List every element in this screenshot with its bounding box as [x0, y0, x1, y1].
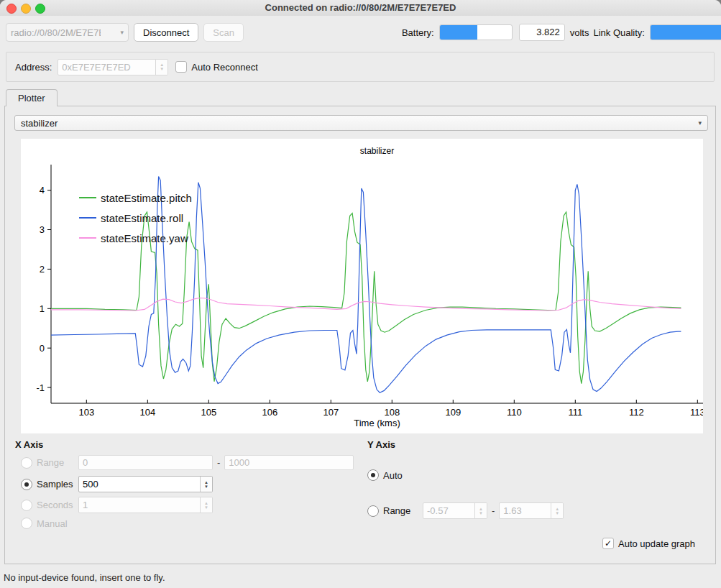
- disconnect-button[interactable]: Disconnect: [134, 23, 198, 42]
- volts-label: volts: [570, 27, 589, 38]
- x-range-row: Range 0 - 1000: [21, 455, 354, 470]
- auto-update-label: Auto update graph: [618, 538, 695, 549]
- y-auto-radio[interactable]: [367, 469, 379, 481]
- spinner-arrows-icon: ▲▼: [474, 503, 487, 518]
- svg-text:109: 109: [445, 407, 461, 418]
- x-seconds-row: Seconds 1 ▲▼: [21, 497, 213, 513]
- titlebar: Connected on radio://0/80/2M/E7E7E7E7ED: [0, 0, 721, 16]
- x-seconds-radio: [21, 500, 32, 511]
- spinner-arrows-icon: ▲▼: [200, 497, 212, 513]
- address-panel: Address: 0xE7E7E7E7ED ▲▼ Auto Reconnect: [6, 52, 715, 82]
- x-samples-row: Samples 500 ▲▼: [21, 476, 213, 492]
- x-samples-label: Samples: [37, 479, 78, 490]
- svg-text:-1: -1: [36, 382, 45, 393]
- spinner-arrows-icon: ▲▼: [155, 60, 167, 75]
- svg-text:1: 1: [40, 303, 45, 314]
- x-axis-section-title: X Axis: [15, 439, 43, 450]
- connection-toolbar: radio://0/80/2M/E7E7E7E7ED ▾ Disconnect …: [0, 22, 721, 43]
- x-range-label: Range: [37, 457, 78, 468]
- svg-text:104: 104: [139, 407, 155, 418]
- y-axis-section-title: Y Axis: [367, 439, 395, 450]
- x-manual-row: Manual: [21, 518, 68, 529]
- auto-update-checkbox[interactable]: ✓ Auto update graph: [602, 538, 695, 549]
- svg-text:103: 103: [78, 407, 94, 418]
- scan-button: Scan: [203, 23, 244, 42]
- x-range-max-field: 1000: [224, 455, 354, 470]
- x-seconds-value: 1: [79, 497, 200, 513]
- legend-item-yaw: stateEstimate.yaw: [79, 228, 192, 248]
- x-manual-label: Manual: [37, 518, 68, 529]
- roll-line-swatch: [79, 217, 96, 219]
- x-samples-radio[interactable]: [21, 479, 32, 490]
- auto-update-row: ✓ Auto update graph: [602, 538, 695, 549]
- legend-label: stateEstimate.yaw: [101, 232, 188, 244]
- uri-selector-value: radio://0/80/2M/E7E7E7E7ED: [11, 27, 101, 38]
- svg-text:110: 110: [507, 407, 522, 418]
- svg-text:3: 3: [40, 224, 45, 235]
- svg-text:0: 0: [40, 343, 45, 354]
- y-range-row: Range -0.57 ▲▼ - 1.63 ▲▼: [367, 502, 564, 519]
- battery-voltage-field: 3.822: [519, 24, 565, 41]
- svg-text:2: 2: [40, 264, 45, 275]
- chevron-down-icon: ▾: [698, 119, 702, 127]
- svg-text:112: 112: [629, 407, 644, 418]
- svg-text:105: 105: [201, 407, 216, 418]
- chart-title: stabilizer: [51, 146, 703, 156]
- auto-reconnect-checkbox[interactable]: Auto Reconnect: [175, 61, 258, 73]
- link-quality-label: Link Quality:: [593, 27, 645, 38]
- range-dash: -: [492, 505, 495, 516]
- svg-text:4: 4: [40, 185, 45, 196]
- checkbox-icon: [175, 61, 187, 73]
- y-range-max-spinbox: 1.63 ▲▼: [499, 502, 564, 519]
- battery-progressbar: [439, 24, 513, 40]
- svg-text:111: 111: [568, 407, 582, 418]
- y-range-max-value: 1.63: [500, 503, 551, 518]
- plotter-pane: stabilizer ▾ stabilizer 1031041051061071…: [4, 106, 716, 564]
- x-samples-value: 500: [79, 477, 200, 492]
- x-range-min-field: 0: [78, 455, 213, 470]
- battery-label: Battery:: [402, 27, 434, 38]
- uri-selector: radio://0/80/2M/E7E7E7E7ED ▾: [6, 23, 129, 42]
- y-range-radio[interactable]: [367, 505, 379, 517]
- app-window: Connected on radio://0/80/2M/E7E7E7E7ED …: [0, 0, 721, 588]
- y-auto-row: Auto: [367, 469, 403, 481]
- y-range-label: Range: [383, 505, 423, 516]
- statusbar: No input-device found, insert one to fly…: [0, 565, 721, 588]
- x-range-radio: [21, 457, 32, 469]
- legend-label: stateEstimate.pitch: [101, 192, 192, 204]
- svg-text:107: 107: [323, 407, 339, 418]
- legend-item-roll: stateEstimate.roll: [79, 208, 192, 228]
- plot-canvas: 103104105106107108109110111112113-101234: [21, 139, 703, 433]
- auto-reconnect-label: Auto Reconnect: [191, 62, 258, 73]
- chevron-down-icon: ▾: [120, 29, 124, 36]
- window-title: Connected on radio://0/80/2M/E7E7E7E7ED: [0, 2, 721, 13]
- tab-plotter[interactable]: Plotter: [6, 89, 58, 106]
- address-label: Address:: [15, 62, 52, 73]
- y-auto-label: Auto: [383, 470, 403, 481]
- svg-text:108: 108: [384, 407, 400, 418]
- battery-fill: [440, 25, 477, 40]
- y-range-min-value: -0.57: [423, 503, 474, 518]
- log-config-selector[interactable]: stabilizer ▾: [14, 115, 708, 131]
- link-quality-progressbar: [650, 24, 721, 40]
- x-axis-title: Time (kms): [51, 418, 703, 428]
- checkbox-checked-icon: ✓: [602, 538, 614, 549]
- svg-text:113: 113: [690, 407, 703, 418]
- x-manual-radio: [21, 518, 32, 529]
- chart-legend: stateEstimate.pitch stateEstimate.roll s…: [79, 188, 192, 248]
- status-message: No input-device found, insert one to fly…: [4, 572, 165, 583]
- x-seconds-spinbox: 1 ▲▼: [78, 497, 213, 513]
- link-quality-fill: [651, 25, 721, 40]
- range-dash: -: [217, 457, 220, 468]
- pitch-line-swatch: [79, 197, 96, 198]
- yaw-line-swatch: [79, 237, 96, 239]
- x-samples-spinbox[interactable]: 500 ▲▼: [78, 476, 213, 492]
- spinner-arrows-icon: ▲▼: [551, 503, 563, 518]
- plot-area: stabilizer 10310410510610710810911011111…: [21, 139, 703, 433]
- spinner-arrows-icon[interactable]: ▲▼: [200, 477, 212, 492]
- address-value: 0xE7E7E7E7ED: [58, 60, 155, 75]
- legend-item-pitch: stateEstimate.pitch: [79, 188, 192, 208]
- log-config-value: stabilizer: [21, 118, 58, 129]
- y-range-min-spinbox: -0.57 ▲▼: [423, 502, 487, 519]
- svg-text:106: 106: [262, 407, 277, 418]
